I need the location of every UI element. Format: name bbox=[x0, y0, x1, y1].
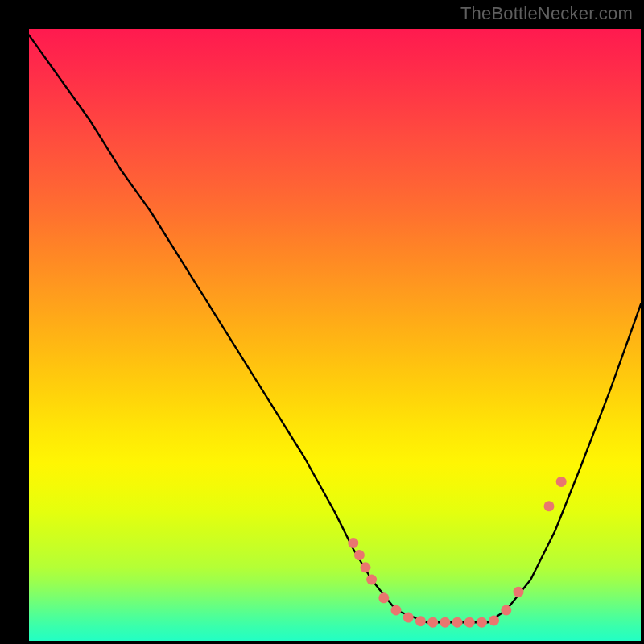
bottleneck-curve bbox=[29, 35, 641, 623]
sample-point bbox=[348, 538, 358, 548]
sample-point bbox=[366, 575, 377, 585]
sample-point bbox=[361, 562, 371, 572]
sample-point bbox=[464, 617, 475, 628]
sample-point bbox=[501, 605, 511, 616]
watermark-text: TheBottleNecker.com bbox=[460, 3, 633, 24]
sample-point bbox=[544, 501, 555, 511]
sample-point bbox=[556, 477, 567, 487]
sample-point bbox=[378, 592, 389, 603]
sample-point bbox=[440, 617, 450, 628]
sample-markers bbox=[348, 477, 566, 628]
sample-point bbox=[403, 613, 414, 623]
chart-frame bbox=[13, 13, 631, 631]
sample-point bbox=[477, 617, 487, 628]
chart-overlay bbox=[29, 29, 641, 641]
plot-area bbox=[29, 29, 641, 641]
sample-point bbox=[391, 605, 402, 616]
sample-point bbox=[354, 550, 365, 560]
sample-point bbox=[452, 617, 463, 628]
sample-point bbox=[514, 587, 524, 597]
sample-point bbox=[489, 615, 499, 625]
sample-point bbox=[415, 616, 426, 626]
sample-point bbox=[427, 617, 438, 628]
